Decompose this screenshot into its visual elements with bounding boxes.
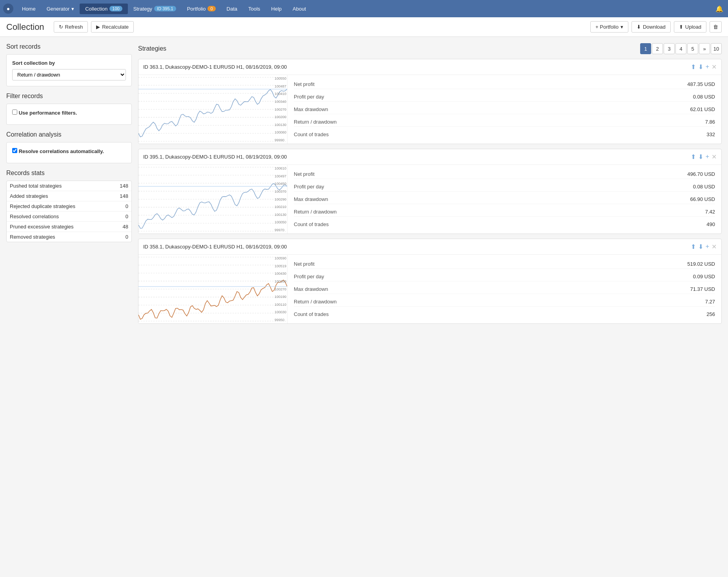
- chart-y-label: 100430: [275, 272, 286, 276]
- stats-value: 0: [110, 201, 131, 212]
- stats-panel: Pushed total strategies148Added strategi…: [6, 181, 132, 242]
- strategy-body: 1005501004871004101003401002701002001001…: [138, 75, 721, 144]
- upload-strategy-icon[interactable]: ⬆: [691, 243, 696, 250]
- page-button-5[interactable]: 5: [687, 43, 698, 54]
- upload-strategy-icon[interactable]: ⬆: [691, 63, 696, 71]
- add-strategy-icon[interactable]: +: [706, 153, 709, 161]
- correlation-checkbox[interactable]: [12, 148, 17, 153]
- remove-strategy-icon[interactable]: ✕: [712, 243, 717, 250]
- remove-strategy-icon[interactable]: ✕: [712, 153, 717, 161]
- strategies-title: Strategies: [138, 45, 166, 52]
- download-button[interactable]: ⬇ Download: [632, 21, 671, 33]
- nav-home-button[interactable]: ●: [3, 4, 13, 14]
- metric-label: Net profit: [294, 261, 315, 267]
- page-button-»[interactable]: »: [699, 43, 710, 54]
- metric-value: 496.70 USD: [687, 171, 715, 177]
- download-strategy-icon[interactable]: ⬇: [698, 63, 703, 71]
- nav-item-home[interactable]: Home: [16, 4, 41, 14]
- strategy-body: 1005901005191004301003501002701001901001…: [138, 255, 721, 323]
- metric-value: 66.90 USD: [690, 196, 715, 202]
- nav-item-portfolio[interactable]: Portfolio 0: [182, 4, 221, 14]
- download-strategy-icon[interactable]: ⬇: [698, 153, 703, 161]
- chart-y-label: 100050: [275, 220, 286, 224]
- filter-panel: Use performance filters.: [6, 104, 132, 125]
- add-strategy-icon[interactable]: +: [706, 243, 709, 250]
- metric-label: Profit per day: [294, 274, 324, 279]
- nav-item-generator[interactable]: Generator ▾: [41, 4, 80, 14]
- strategy-badge: ID 395.1: [154, 6, 176, 11]
- sort-select[interactable]: Return / drawdown Net profit Profit per …: [12, 69, 126, 80]
- stats-section-title: Records stats: [6, 170, 132, 177]
- page-button-4[interactable]: 4: [675, 43, 686, 54]
- remove-strategy-icon[interactable]: ✕: [712, 63, 717, 71]
- refresh-icon: ↻: [59, 24, 63, 30]
- chart-y-labels: 1006101004971004501003701002901002101001…: [275, 165, 286, 234]
- strategy-id: ID 363.1, Dukascopy-DEMO-1 EURUSD H1, 08…: [143, 64, 287, 70]
- metric-label: Net profit: [294, 81, 315, 87]
- metric-value: 7.42: [705, 209, 715, 215]
- nav-item-strategy[interactable]: Strategy ID 395.1: [128, 4, 182, 14]
- stats-label: Removed strategies: [7, 232, 110, 242]
- chart-y-label: 100210: [275, 205, 286, 209]
- stats-row: Pushed total strategies148: [7, 181, 131, 191]
- metric-label: Max drawdown: [294, 106, 328, 112]
- chart-y-label: 100270: [275, 108, 286, 111]
- collection-badge: 100: [109, 6, 122, 11]
- stats-row: Rejected duplicate strategies0: [7, 201, 131, 212]
- strategy-id: ID 358.1, Dukascopy-DEMO-1 EURUSD H1, 08…: [143, 244, 287, 250]
- nav-item-about[interactable]: About: [287, 4, 311, 14]
- metric-label: Profit per day: [294, 184, 324, 190]
- metric-value: 7.27: [705, 299, 715, 305]
- metric-value: 71.37 USD: [690, 286, 715, 292]
- filter-checkbox[interactable]: [12, 110, 17, 115]
- download-strategy-icon[interactable]: ⬇: [698, 243, 703, 250]
- stats-value: 148: [110, 181, 131, 191]
- upload-button[interactable]: ⬆ Upload: [674, 21, 706, 33]
- strategy-metrics: Net profit496.70 USDProfit per day0.08 U…: [288, 165, 721, 234]
- metric-row: Return / drawdown7.27: [294, 297, 715, 307]
- metric-value: 7.86: [705, 119, 715, 125]
- stats-label: Added strategies: [7, 191, 110, 201]
- correlation-checkbox-label[interactable]: Resolve correlations automatically.: [12, 148, 126, 154]
- page-button-3[interactable]: 3: [664, 43, 675, 54]
- chart-y-labels: 1005501004871004101003401002701002001001…: [275, 75, 286, 144]
- portfolio-button[interactable]: + Portfolio ▾: [590, 21, 628, 33]
- chart-y-labels: 1005901005191004301003501002701001901001…: [275, 255, 286, 323]
- metric-value: 490: [706, 221, 715, 227]
- delete-button[interactable]: 🗑: [710, 21, 722, 33]
- metric-row: Profit per day0.08 USD: [294, 92, 715, 102]
- page-button-1[interactable]: 1: [640, 43, 651, 54]
- metric-value: 0.08 USD: [693, 94, 715, 100]
- add-strategy-icon[interactable]: +: [706, 63, 709, 71]
- page-button-10[interactable]: 10: [711, 43, 722, 54]
- correlation-section-title: Correlation analysis: [6, 131, 132, 138]
- notification-bell-icon[interactable]: 🔔: [714, 4, 725, 14]
- strategy-chart: 1005501004871004101003401002701002001001…: [138, 75, 288, 144]
- metric-label: Count of trades: [294, 311, 329, 317]
- metric-row: Count of trades490: [294, 220, 715, 229]
- metric-value: 0.08 USD: [693, 184, 715, 190]
- stats-value: 48: [110, 222, 131, 232]
- chart-y-label: 100497: [275, 174, 286, 178]
- strategy-actions: ⬆ ⬇ + ✕: [691, 243, 717, 250]
- chart-y-label: 99950: [275, 318, 286, 322]
- strategy-header: ID 358.1, Dukascopy-DEMO-1 EURUSD H1, 08…: [138, 239, 721, 255]
- nav-item-data[interactable]: Data: [221, 4, 243, 14]
- metric-label: Count of trades: [294, 131, 329, 137]
- recalculate-button[interactable]: ▶ Recalculate: [91, 21, 134, 33]
- sort-section-title: Sort records: [6, 43, 132, 50]
- strategy-chart: 1005901005191004301003501002701001901001…: [138, 255, 288, 323]
- strategy-card: ID 358.1, Dukascopy-DEMO-1 EURUSD H1, 08…: [138, 239, 722, 324]
- nav-item-help[interactable]: Help: [266, 4, 287, 14]
- chart-y-label: 100350: [275, 279, 286, 283]
- upload-strategy-icon[interactable]: ⬆: [691, 153, 696, 161]
- nav-item-collection[interactable]: Collection 100: [80, 4, 127, 14]
- sort-label: Sort collection by: [12, 60, 126, 66]
- chart-y-label: 100487: [275, 84, 286, 88]
- filter-checkbox-label[interactable]: Use performance filters.: [12, 110, 126, 116]
- page-button-2[interactable]: 2: [652, 43, 663, 54]
- nav-item-tools[interactable]: Tools: [243, 4, 266, 14]
- metric-label: Max drawdown: [294, 286, 328, 292]
- recalculate-icon: ▶: [96, 24, 100, 30]
- refresh-button[interactable]: ↻ Refresh: [54, 21, 88, 33]
